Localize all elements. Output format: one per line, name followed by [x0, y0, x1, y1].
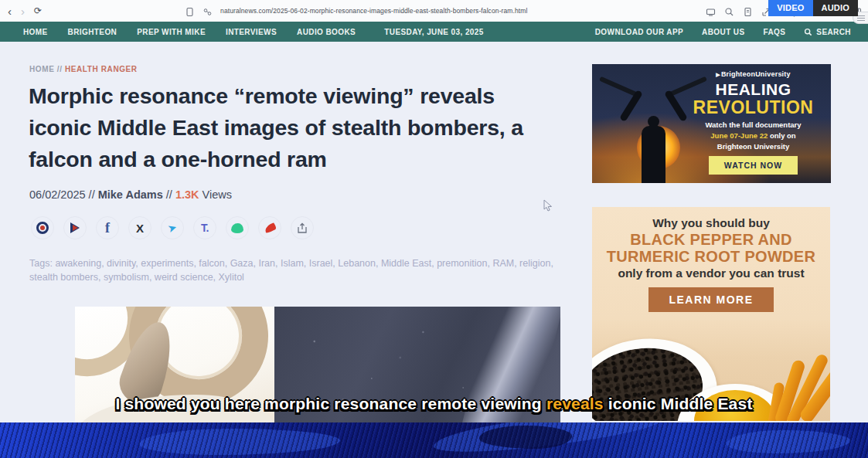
back-icon[interactable]: ‹: [8, 5, 12, 17]
author-name[interactable]: Mike Adams: [98, 188, 163, 201]
gab-icon[interactable]: [226, 216, 249, 239]
browser-toolbar: ‹ › ⟳ naturalnews.com/2025-06-02-morphic…: [0, 0, 868, 22]
bookmark-icon[interactable]: [185, 6, 195, 16]
reading-list-icon[interactable]: [743, 6, 753, 16]
nav-item-download-app[interactable]: DOWNLOAD OUR APP: [595, 28, 683, 36]
nav-item-interviews[interactable]: INTERVIEWS: [226, 28, 277, 36]
tags-label: Tags:: [29, 258, 53, 269]
device-cast-icon[interactable]: [706, 6, 716, 16]
brighteon-icon[interactable]: [63, 216, 87, 239]
healing-revolution-ad[interactable]: ▶BrighteonUniversity HEALING REVOLUTION …: [592, 64, 831, 183]
publish-date: 06/02/2025: [29, 188, 86, 201]
tags-list[interactable]: awakening, divinity, experiments, falcon…: [29, 258, 553, 283]
nav-item-faqs[interactable]: FAQS: [764, 28, 786, 36]
views-label: Views: [203, 188, 232, 201]
search-icon: [804, 28, 812, 36]
caption-highlight: reveals: [546, 395, 604, 412]
breadcrumb-home[interactable]: HOME: [29, 65, 54, 73]
ad-headline: HEALING: [679, 80, 828, 99]
zoom-icon[interactable]: [724, 6, 734, 16]
telegram-icon[interactable]: ➤: [161, 216, 184, 239]
share-icon[interactable]: [291, 216, 314, 239]
article-tags[interactable]: Tags: awakening, divinity, experiments, …: [29, 256, 563, 284]
page-content: HOME // HEALTH RANGER Morphic resonance …: [0, 42, 868, 422]
video-toggle-button[interactable]: VIDEO: [768, 0, 812, 16]
x-icon[interactable]: X: [128, 216, 151, 239]
nav-item-audio-books[interactable]: AUDIO BOOKS: [297, 28, 356, 36]
watch-now-button[interactable]: WATCH NOW: [709, 156, 798, 175]
nav-item-brighteon[interactable]: BRIGHTEON: [68, 28, 117, 36]
nav-item-prep-with-mike[interactable]: PREP WITH MIKE: [137, 28, 206, 36]
article-title: Morphic resonance “remote viewing” revea…: [29, 80, 554, 175]
nav-item-home[interactable]: HOME: [23, 28, 48, 36]
audio-toggle-button[interactable]: AUDIO: [813, 0, 858, 16]
ad-headline-2: REVOLUTION: [679, 97, 828, 118]
views-count: 1.3K: [175, 188, 199, 201]
video-caption: I showed you here morphic resonance remo…: [0, 395, 868, 413]
truth-social-icon[interactable]: T.: [193, 216, 216, 239]
breadcrumb-section[interactable]: HEALTH RANGER: [65, 65, 138, 73]
forward-icon[interactable]: ›: [21, 5, 25, 17]
breadcrumb: HOME // HEALTH RANGER: [29, 65, 138, 73]
nav-search-button[interactable]: SEARCH: [804, 28, 851, 36]
play-icon: ▶: [716, 72, 720, 77]
brighteon-university-logo: ▶BrighteonUniversity: [679, 70, 828, 78]
turmeric-ad[interactable]: Why you should buy BLACK PEPPER AND TURM…: [592, 207, 830, 421]
video-frame: ‹ › ⟳ naturalnews.com/2025-06-02-morphic…: [0, 0, 868, 458]
search-label: SEARCH: [816, 28, 851, 36]
site-navbar: HOME BRIGHTEON PREP WITH MIKE INTERVIEWS…: [0, 22, 868, 42]
learn-more-button[interactable]: LEARN MORE: [648, 287, 773, 312]
navbar-date: TUESDAY, JUNE 03, 2025: [384, 28, 484, 36]
lower-third-band: [0, 422, 868, 458]
reload-icon[interactable]: ⟳: [34, 6, 42, 15]
article-byline: 06/02/2025 // Mike Adams // 1.3K Views: [29, 188, 232, 201]
social-share-row: f X ➤ T.: [31, 216, 314, 239]
gettr-icon[interactable]: [258, 216, 281, 239]
url-text[interactable]: naturalnews.com/2025-06-02-morphic-reson…: [220, 7, 527, 15]
brighteon-social-icon[interactable]: [31, 216, 54, 239]
facebook-icon[interactable]: f: [96, 216, 119, 239]
nav-item-about-us[interactable]: ABOUT US: [702, 28, 744, 36]
tab-link-icon[interactable]: [203, 6, 213, 16]
address-bar[interactable]: naturalnews.com/2025-06-02-morphic-reson…: [185, 6, 527, 16]
